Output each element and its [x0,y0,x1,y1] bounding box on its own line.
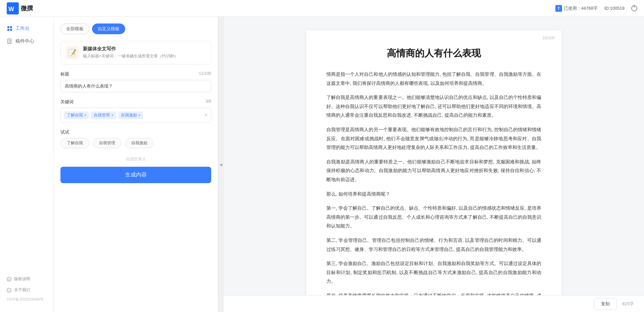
preview-paragraph-0: 情商是指一个人对自己和他人的情感的认知和管理能力, 包括了解自我、自我管理、自我… [326,70,541,88]
keywords-count: 3/6 [205,99,211,105]
preview-paragraph-3: 自我激励是高情商人的重要特质之一。他们能够激励自己不断地追求目标和梦想, 克服困… [326,157,541,184]
template-icon: 📝 [65,46,79,59]
svg-rect-3 [10,26,12,28]
example-tag-1[interactable]: 自我管理 [93,138,122,148]
preview-container: 10/100 高情商的人有什么表现 情商是指一个人对自己和他人的情感的认知和管理… [224,17,644,295]
example-tags: 了解自我 自我管理 自我激励 [60,138,211,148]
about-label: 关于我们 [14,287,30,293]
svg-text:©: © [8,278,10,281]
example-section: 试试 了解自我 自我管理 自我激励 [60,129,211,148]
preview-paragraph-1: 了解自我是高情商人的重要表现之一。他们能够清楚地认识自己的优点和缺点, 以及自己… [326,93,541,120]
keyword-tag-2[interactable]: 自我激励 × [118,111,143,119]
usage-info: T 已使用：44768字 [555,5,598,12]
right-panel: 10/100 高情商的人有什么表现 情商是指一个人对自己和他人的情感的认知和管理… [224,17,644,312]
logo-icon: W [7,2,19,14]
svg-rect-4 [7,29,9,31]
sidebar: 工作台 稿件中心 © 版权说明 i 关于我们 ©ICP备2022016946号 [0,17,54,312]
usage-label: 已使用：44768字 [564,5,598,11]
tab-bar: 全部模板 自定义模板 [60,23,211,34]
logo: W 微撰 [7,2,33,14]
preview-paragraph-8: 最后, 培养高情商需要长期的努力和实践。只有通过不断地学习、反思和实践, 才能够… [326,291,541,295]
preview-body: 情商是指一个人对自己和他人的情感的认知和管理能力, 包括了解自我、自我管理、自我… [326,70,541,295]
keywords-label: 关键词 3/6 [60,99,211,105]
usage-icon: T [555,5,562,12]
sidebar-item-copyright[interactable]: © 版权说明 [0,273,53,284]
keyword-tag-1[interactable]: 自我管理 × [91,111,116,119]
template-info: 新媒体全文写作 输入标题+关键词，一键准确生成所需文章（约15秒） [83,46,206,59]
collapse-handle[interactable] [218,17,224,312]
sidebar-item-workbench[interactable]: 工作台 [0,22,53,35]
example-tag-2[interactable]: 自我激励 [125,138,154,148]
file-icon [7,38,13,44]
tab-custom[interactable]: 自定义模板 [92,23,125,34]
sidebar-label-workbench: 工作台 [15,25,30,32]
preview-doc: 10/100 高情商的人有什么表现 情商是指一个人对自己和他人的情感的认知和管理… [306,30,561,295]
title-input[interactable] [60,80,211,92]
topbar-right: T 已使用：44768字 ID:100519 [555,5,637,12]
svg-text:W: W [8,6,14,12]
clear-hint[interactable]: 白清空录入 [60,155,211,163]
keywords-clear-icon[interactable]: × [204,112,208,118]
keyword-tag-0[interactable]: 了解自我 × [64,111,89,119]
main-layout: 工作台 稿件中心 © 版权说明 i 关于我们 ©ICP备2022016946号 [0,17,644,312]
page-count: 10/100 [542,36,555,40]
preview-title: 高情商的人有什么表现 [326,47,541,60]
sidebar-item-about[interactable]: i 关于我们 [0,284,53,296]
svg-text:i: i [9,289,9,292]
left-panel: 全部模板 自定义模板 📝 新媒体全文写作 输入标题+关键词，一键准确生成所需文章… [54,17,218,312]
grid-icon [7,25,13,32]
svg-rect-5 [10,29,12,31]
copy-button[interactable]: 复制 [594,298,617,310]
svg-rect-2 [7,26,9,28]
template-name: 新媒体全文写作 [83,46,206,52]
keywords-box[interactable]: 了解自我 × 自我管理 × 自我激励 × × [60,108,211,122]
template-card[interactable]: 📝 新媒体全文写作 输入标题+关键词，一键准确生成所需文章（约15秒） [60,41,211,64]
remove-keyword-2[interactable]: × [138,113,140,117]
topbar-left: W 微撰 [7,2,33,14]
power-icon[interactable] [631,5,637,11]
keywords-section: 关键词 3/6 了解自我 × 自我管理 × 自我激励 × [60,99,211,122]
template-desc: 输入标题+关键词，一键准确生成所需文章（约15秒） [83,53,206,59]
sidebar-label-drafts: 稿件中心 [15,38,34,44]
content-area: 全部模板 自定义模板 📝 新媒体全文写作 输入标题+关键词，一键准确生成所需文章… [54,17,644,312]
preview-paragraph-4: 那么, 如何培养和提高情商呢？ [326,190,541,199]
remove-keyword-0[interactable]: × [84,113,86,117]
title-section: 标题 11/100 [60,71,211,92]
title-count: 11/100 [199,71,211,77]
preview-bottom: 复制 615字 [224,295,644,312]
preview-paragraph-6: 第二, 学会管理自己。管理自己包括控制自己的情绪、行为和言语, 以及管理自己的时… [326,236,541,254]
sidebar-item-drafts[interactable]: 稿件中心 [0,35,53,48]
preview-paragraph-7: 第三, 学会激励自己。激励自己包括设定目标和计划、自我激励和自我奖励等方式。可以… [326,259,541,286]
icp-copyright: ©ICP备2022016946号 [0,296,53,303]
id-label: ID:100519 [604,6,625,11]
copyright-label: 版权说明 [14,276,30,282]
preview-paragraph-2: 自我管理是高情商人的另一个重要表现。他们能够有效地控制自己的言行和行为, 控制自… [326,125,541,152]
remove-keyword-1[interactable]: × [111,113,113,117]
example-tag-0[interactable]: 了解自我 [60,138,89,148]
example-label: 试试 [60,129,211,135]
tab-all[interactable]: 全部模板 [60,23,89,34]
word-count: 615字 [622,301,634,307]
topbar: W 微撰 T 已使用：44768字 ID:100519 [0,0,644,17]
generate-button[interactable]: 生成内容 [60,167,211,183]
title-label: 标题 11/100 [60,71,211,77]
sidebar-bottom: © 版权说明 i 关于我们 ©ICP备2022016946号 [0,273,53,307]
preview-paragraph-5: 第一, 学会了解自己。了解自己的优点、缺点、个性特质和偏好, 以及自己的情感状态… [326,204,541,230]
logo-text: 微撰 [21,4,33,12]
